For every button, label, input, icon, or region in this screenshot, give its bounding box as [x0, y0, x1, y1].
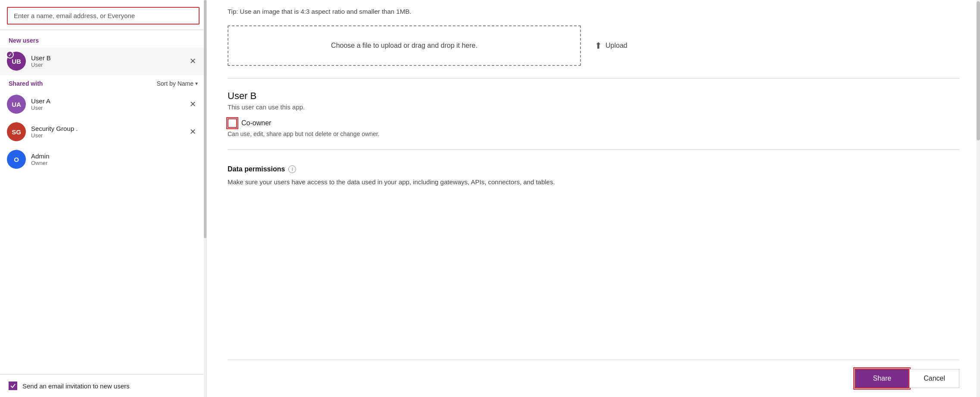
shared-user-item-sg[interactable]: SG Security Group . User ✕ — [0, 118, 206, 146]
user-name: User A — [31, 97, 186, 105]
user-role: User — [31, 105, 186, 111]
remove-user-button[interactable]: ✕ — [186, 99, 200, 110]
right-panel: Tip: Use an image that is 4:3 aspect rat… — [207, 0, 980, 397]
user-info: User A User — [31, 97, 186, 111]
search-input[interactable] — [7, 7, 200, 25]
data-perm-title: Data permissions — [228, 165, 285, 173]
user-info: User B User — [31, 54, 186, 68]
avatar: O — [7, 150, 26, 169]
left-panel: New users ✓ UB User B User ✕ Shared with… — [0, 0, 207, 397]
section-divider — [228, 78, 959, 78]
check-badge: ✓ — [6, 51, 14, 59]
user-role: User — [31, 62, 186, 68]
right-scrollbar[interactable] — [977, 0, 980, 397]
bottom-bar: Share Cancel — [228, 360, 959, 397]
avatar: UA — [7, 95, 26, 114]
checkmark-icon — [10, 383, 16, 389]
coowner-label: Co-owner — [241, 119, 271, 127]
user-role: User — [31, 132, 186, 139]
remove-user-button[interactable]: ✕ — [186, 56, 200, 67]
email-invite-label: Send an email invitation to new users — [22, 382, 129, 390]
user-info: Security Group . User — [31, 125, 186, 139]
avatar: ✓ UB — [7, 52, 26, 71]
user-name: Security Group . — [31, 125, 186, 132]
shared-user-item-ua[interactable]: UA User A User ✕ — [0, 90, 206, 118]
coowner-row: Co-owner — [228, 118, 959, 128]
chevron-down-icon: ▾ — [195, 81, 198, 87]
user-info: Admin Owner — [31, 152, 200, 166]
data-perm-desc: Make sure your users have access to the … — [228, 177, 667, 187]
upload-area: Choose a file to upload or drag and drop… — [228, 25, 959, 66]
email-invite-row: Send an email invitation to new users — [0, 374, 206, 397]
left-scrollbar[interactable] — [204, 0, 206, 397]
avatar: SG — [7, 122, 26, 141]
upload-button[interactable]: ⬆ Upload — [595, 40, 627, 51]
search-input-wrapper — [0, 0, 206, 30]
coowner-checkbox[interactable] — [228, 118, 237, 128]
user-role: Owner — [31, 160, 200, 166]
new-users-label: New users — [0, 30, 206, 47]
data-permissions-header: Data permissions i — [228, 165, 959, 173]
user-name: User B — [31, 54, 186, 62]
sort-by-button[interactable]: Sort by Name ▾ — [156, 80, 198, 87]
shared-with-bar: Shared with Sort by Name ▾ — [0, 75, 206, 90]
user-name: Admin — [31, 152, 200, 160]
upload-label: Upload — [605, 42, 627, 50]
upload-icon: ⬆ — [595, 40, 602, 51]
info-icon[interactable]: i — [288, 165, 296, 173]
share-button[interactable]: Share — [855, 369, 909, 388]
shared-user-item-admin[interactable]: O Admin Owner — [0, 146, 206, 173]
email-invite-checkbox[interactable] — [9, 381, 17, 390]
cancel-button[interactable]: Cancel — [909, 369, 959, 388]
remove-user-button[interactable]: ✕ — [186, 126, 200, 137]
dropzone-text: Choose a file to upload or drag and drop… — [331, 42, 478, 49]
upload-dropzone[interactable]: Choose a file to upload or drag and drop… — [228, 25, 581, 66]
tip-text: Tip: Use an image that is 4:3 aspect rat… — [228, 0, 959, 17]
new-user-item[interactable]: ✓ UB User B User ✕ — [0, 47, 206, 75]
coowner-hint: Can use, edit, share app but not delete … — [228, 130, 959, 137]
left-scrollbar-thumb[interactable] — [204, 0, 206, 238]
sort-by-label: Sort by Name — [156, 80, 194, 87]
section-divider-2 — [228, 149, 959, 150]
shared-with-label: Shared with — [9, 80, 43, 87]
user-b-desc: This user can use this app. — [228, 103, 959, 111]
user-b-name: User B — [228, 90, 959, 102]
right-scrollbar-thumb[interactable] — [977, 1, 980, 140]
